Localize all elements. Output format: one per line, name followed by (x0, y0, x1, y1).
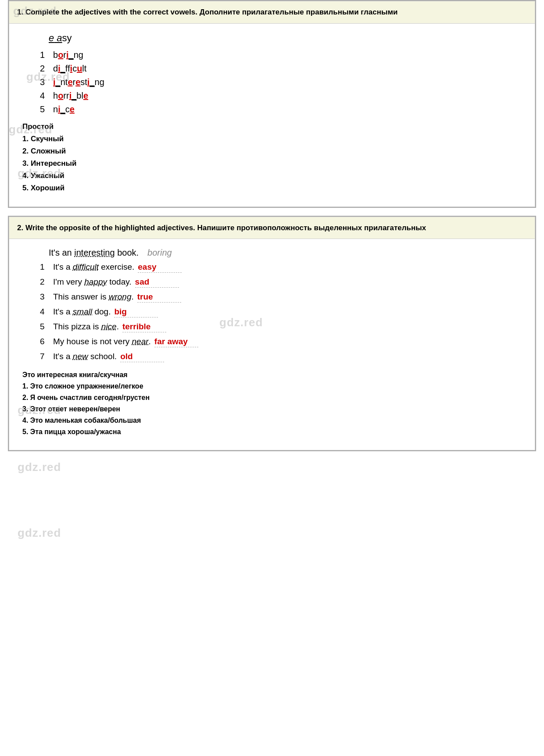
watermark-8: gdz.red (18, 526, 61, 540)
ex2-answer-5: terrible (122, 322, 166, 332)
adj-item-5: 5 ni_ce (40, 104, 522, 114)
exercise-1-content: e asy 1 bori_ng 2 di_fficult 3 (9, 24, 535, 207)
ex2-item-5: 5 This pizza is nice. terrible (40, 322, 522, 332)
ex2-answer-1: easy (138, 262, 182, 273)
trans2-0: Это интересная книга/скучная (22, 371, 522, 379)
trans2-5-text: Эта пицца хороша/ужасна (30, 428, 121, 435)
ex2-item-6: 6 My house is not very near. far away (40, 337, 522, 347)
adj-num-2: 2 (40, 64, 50, 74)
translations-1: Простой 1. Скучный 2. Сложный 3. Интерес… (22, 122, 522, 193)
adj-item-2: 2 di_fficult (40, 64, 522, 74)
ex2-item-2: 2 I'm very happy today. sad (40, 277, 522, 288)
ex2-item-4: 4 It's a small dog. big (40, 307, 522, 317)
exercise-2-header: 2. Write the opposite of the highlighted… (9, 217, 535, 239)
trans-3-label: 3. (22, 159, 31, 168)
trans-2-label: 2. (22, 147, 31, 155)
exercise-2-list: 1 It's a difficult exercise. easy 2 I'm … (40, 262, 522, 362)
example-letter-a: a (54, 32, 62, 43)
ex2-sentence-5: This pizza is nice. (53, 322, 119, 332)
trans-5: 5. Хороший (22, 184, 522, 193)
trans-1-label: 1. (22, 135, 31, 143)
ex2-num-7: 7 (40, 352, 50, 361)
adj-num-5: 5 (40, 104, 50, 114)
example-letter-sy: sy (62, 32, 72, 43)
ex2-answer-7: old (120, 352, 164, 362)
exercise-2-title: 2. Write the opposite of the highlighted… (17, 224, 426, 232)
trans-5-label: 5. (22, 184, 31, 192)
adj-word-1: bori_ng (53, 50, 83, 60)
watermark-7: gdz.red (18, 460, 61, 474)
ex2-num-4: 4 (40, 307, 50, 317)
ex2-sentence-6: My house is not very near. (53, 337, 151, 346)
trans2-5: 5. Эта пицца хороша/ужасна (22, 428, 522, 436)
trans2-5-num: 5. (22, 428, 30, 435)
trans-1-text: Скучный (31, 135, 64, 143)
trans2-1: 1. Это сложное упражнение/легкое (22, 382, 522, 390)
ex2-item-7: 7 It's a new school. old (40, 352, 522, 362)
trans2-3-text: Этот ответ неверен/верен (30, 405, 120, 413)
ex2-sentence-2: I'm very happy today. (53, 277, 132, 287)
trans-2-text: Сложный (31, 147, 66, 155)
adjective-list: 1 bori_ng 2 di_fficult 3 i_nteresti_ng (40, 50, 522, 114)
trans-3: 3. Интересный (22, 159, 522, 168)
trans2-4: 4. Это маленькая собака/большая (22, 417, 522, 424)
adj-word-3: i_nteresti_ng (53, 77, 104, 87)
ex2-sentence-1: It's a difficult exercise. (53, 262, 134, 272)
exercise-1-header: 1. Complete the adjectives with the corr… (9, 1, 535, 24)
trans2-3-num: 3. (22, 405, 30, 413)
trans-header: Простой (22, 122, 522, 131)
trans2-4-num: 4. (22, 417, 30, 424)
adj-item-1: 1 bori_ng (40, 50, 522, 60)
adj-word-4: horri_ble (53, 91, 88, 101)
trans2-2-text: Я очень счастлив сегодня/грустен (30, 394, 150, 401)
exercise-1-title: 1. Complete the adjectives with the corr… (17, 8, 398, 16)
trans2-2-num: 2. (22, 394, 30, 401)
trans-header-text: Простой (22, 122, 54, 131)
exercise-1-wrapper: 1. Complete the adjectives with the corr… (8, 0, 536, 208)
adj-item-4: 4 horri_ble (40, 91, 522, 101)
example-sentence: It's an interesting book. (49, 248, 139, 258)
adj-word-5: ni_ce (53, 104, 75, 114)
example-highlight: interesting (74, 248, 115, 257)
ex2-answer-4: big (114, 307, 158, 317)
adj-word-2: di_fficult (53, 64, 86, 74)
ex2-sentence-4: It's a small dog. (53, 307, 111, 317)
trans2-2: 2. Я очень счастлив сегодня/грустен (22, 394, 522, 402)
ex2-num-6: 6 (40, 337, 50, 346)
ex2-answer-6: far away (154, 337, 198, 347)
trans-2: 2. Сложный (22, 147, 522, 156)
ex2-sentence-3: This answer is wrong. (53, 292, 134, 302)
ex2-num-5: 5 (40, 322, 50, 332)
adj-num-1: 1 (40, 50, 50, 60)
ex2-num-1: 1 (40, 262, 50, 272)
exercise-2-content: It's an interesting book. boring 1 It's … (9, 239, 535, 450)
trans2-1-num: 1. (22, 382, 30, 390)
adj-num-4: 4 (40, 91, 50, 101)
trans-4-label: 4. (22, 171, 31, 180)
trans2-3: 3. Этот ответ неверен/верен (22, 405, 522, 413)
exercise-2-wrapper: 2. Write the opposite of the highlighted… (8, 216, 536, 452)
example-letter-e: e (49, 32, 54, 43)
ex2-num-3: 3 (40, 292, 50, 302)
trans-5-text: Хороший (31, 184, 64, 192)
translations-2: Это интересная книга/скучная 1. Это слож… (22, 371, 522, 436)
ex2-num-2: 2 (40, 277, 50, 287)
trans2-1-text: Это сложное упражнение/легкое (30, 382, 143, 390)
trans-3-text: Интересный (31, 159, 77, 168)
ex2-item-1: 1 It's a difficult exercise. easy (40, 262, 522, 273)
trans-4-text: Ужасный (31, 171, 64, 180)
adj-item-3: 3 i_nteresti_ng (40, 77, 522, 87)
ex2-answer-2: sad (135, 277, 179, 288)
ex2-sentence-7: It's a new school. (53, 352, 117, 361)
example-row: It's an interesting book. boring (49, 248, 522, 258)
example-word: e asy (49, 32, 522, 44)
ex2-item-3: 3 This answer is wrong. true (40, 292, 522, 303)
trans2-0-text: Это интересная книга/скучная (22, 371, 128, 378)
trans-1: 1. Скучный (22, 135, 522, 143)
example-answer: boring (147, 248, 172, 258)
adj-num-3: 3 (40, 77, 50, 87)
trans-4: 4. Ужасный (22, 171, 522, 180)
trans2-4-text: Это маленькая собака/большая (30, 417, 141, 424)
ex2-answer-3: true (137, 292, 181, 303)
